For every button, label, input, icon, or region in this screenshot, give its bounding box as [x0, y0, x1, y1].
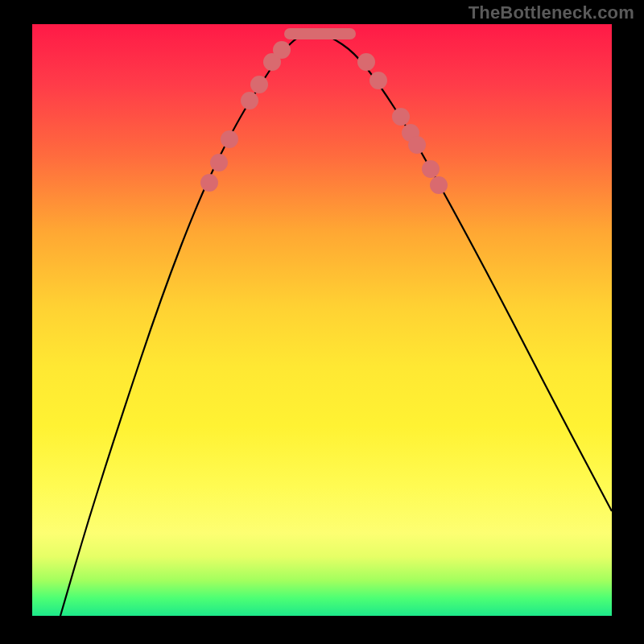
data-point	[200, 174, 218, 192]
data-point	[210, 154, 228, 171]
data-point	[273, 41, 291, 59]
markers-group	[200, 41, 448, 194]
data-point	[241, 92, 258, 109]
data-point	[392, 108, 410, 126]
data-point	[221, 130, 238, 148]
data-point	[369, 72, 387, 89]
data-point	[250, 76, 268, 93]
chart-frame: TheBottleneck.com	[0, 0, 644, 644]
watermark-text: TheBottleneck.com	[469, 2, 634, 23]
data-point	[408, 136, 426, 154]
data-point	[430, 176, 448, 194]
plot-area	[32, 24, 612, 616]
data-point	[422, 160, 440, 178]
curve-svg	[32, 24, 612, 616]
bottleneck-curve	[60, 33, 612, 616]
data-point	[357, 53, 375, 71]
